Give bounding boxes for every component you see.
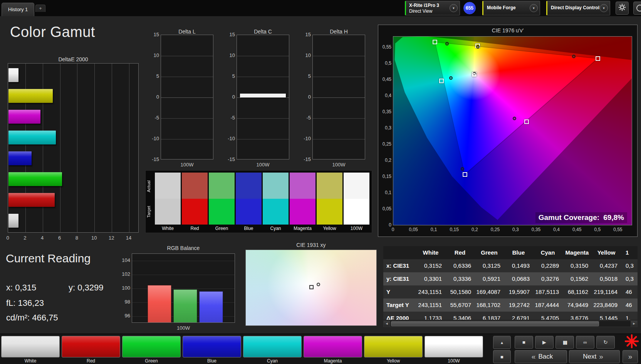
axis-tick-label: 10	[223, 52, 235, 58]
swatch-label: Magenta	[290, 226, 315, 231]
pause-icon: ▮▮	[563, 339, 567, 345]
refresh-icon: ↻	[604, 339, 608, 345]
table-cell: 6,1837	[475, 312, 504, 320]
axis-tick-label: 0,1	[431, 227, 437, 232]
up-arrow-icon: ▲	[500, 341, 504, 345]
pattern-button-red[interactable]	[62, 336, 120, 357]
measured-marker	[317, 283, 320, 286]
more-button[interactable]: »	[623, 350, 638, 363]
stop-measurement-button[interactable]	[623, 334, 640, 350]
display-control-dropdown[interactable]: Direct Display Control ▼	[546, 1, 610, 15]
chevron-down-icon[interactable]: ▼	[600, 4, 608, 12]
pattern-button-100w[interactable]	[425, 336, 483, 357]
axis-tick-label: 0	[147, 94, 159, 100]
pattern-window-button[interactable]: ■	[493, 350, 511, 363]
axis-tick-label: 10	[299, 52, 311, 58]
next-button[interactable]: Next »	[569, 350, 620, 363]
swatch-label: Red	[182, 226, 208, 231]
axis-tick-label: 0	[299, 94, 311, 100]
pattern-button-yellow[interactable]	[364, 336, 423, 357]
table-cell: 19,5907	[504, 285, 533, 299]
pattern-button-cyan[interactable]	[243, 336, 302, 357]
gridline	[161, 97, 213, 98]
reading-y: y: 0,3299	[69, 283, 104, 293]
row-label: ΔE 2000	[383, 312, 416, 320]
gridline	[237, 118, 289, 119]
reading-y-value: 0,3299	[77, 283, 103, 292]
pause-button[interactable]: ▮▮	[555, 336, 574, 349]
loop-button[interactable]: ∞	[576, 336, 594, 349]
swatch-label: Yellow	[317, 226, 342, 231]
table-header-cell: Green	[475, 246, 504, 259]
chevron-left-icon: «	[532, 352, 536, 361]
table-scrollbar[interactable]: ◄ ►	[383, 320, 638, 327]
rgb-balance-chart	[132, 253, 235, 323]
reading-cdm2-value: 466,75	[32, 313, 58, 322]
pattern-button-blue[interactable]	[183, 336, 241, 357]
target-row-label: Target	[146, 199, 153, 225]
gridline	[237, 139, 289, 139]
pattern-button-green[interactable]	[122, 336, 181, 357]
scroll-left-icon[interactable]: ◄	[384, 321, 390, 327]
chart-delta-l	[161, 35, 213, 159]
actual-swatch	[290, 173, 315, 199]
axis-tick-label: 8	[76, 235, 78, 241]
pattern-button-white[interactable]	[1, 336, 60, 357]
target-marker	[433, 40, 437, 44]
pattern-source-dropdown[interactable]: Mobile Forge ▼	[482, 1, 540, 15]
play-button[interactable]: ▶	[535, 336, 554, 349]
deltae-bar-red	[8, 193, 55, 207]
table-row: x: CIE310,31520,63360,31250,14930,22890,…	[383, 259, 638, 272]
measurement-table: WhiteRedGreenBlueCyanMagentaYellow1x: CI…	[383, 246, 638, 320]
refresh-button[interactable]: ↻	[596, 336, 615, 349]
target-marker	[463, 172, 467, 177]
axis-tick-label: 12	[109, 235, 114, 241]
scrollbar-thumb[interactable]	[391, 321, 599, 326]
meter-dropdown[interactable]: X-Rite i1Pro 3 Direct View ▼	[405, 1, 460, 15]
target-swatch	[236, 199, 262, 225]
deltae-bar-blue	[8, 151, 32, 165]
settings-button[interactable]	[616, 2, 629, 15]
deltae-bar-100w	[8, 214, 18, 228]
scroll-right-icon[interactable]: ►	[631, 321, 637, 327]
collapse-button[interactable]: ▲	[493, 336, 511, 349]
axis-tick-label: 0,55	[613, 227, 622, 232]
axis-tick-label: 15	[299, 32, 311, 37]
table-header-cell: Blue	[504, 246, 533, 259]
pattern-bar: ▲ ■ « Back Next » » White	[0, 334, 641, 364]
axis-tick-label: 0,4	[379, 93, 391, 98]
table-cell: 0,3150	[562, 259, 592, 272]
deltae-bar-cyan	[8, 131, 56, 144]
table-cell: 50,1580	[445, 285, 475, 299]
back-button[interactable]: « Back	[515, 350, 567, 363]
gridline	[94, 64, 95, 232]
table-cell: 243,1151	[416, 299, 445, 312]
stop-button[interactable]: ■	[515, 336, 533, 349]
axis-tick-label: -10	[223, 136, 235, 141]
axis-tick-label: 100	[114, 285, 130, 291]
gridline	[313, 118, 365, 119]
table-cell: 0,5921	[475, 272, 504, 285]
actual-swatch	[344, 173, 369, 199]
pattern-button-magenta[interactable]	[304, 336, 362, 357]
play-icon: ▶	[542, 339, 546, 345]
delta-bar	[240, 94, 286, 97]
table-cell: 0,0683	[504, 272, 533, 285]
back-button-label: Back	[538, 353, 553, 361]
gridline	[129, 64, 129, 232]
tab-history-1[interactable]: History 1	[2, 3, 34, 16]
table-row: ΔE 20001,17335,34066,18372,67915,47053,6…	[383, 312, 638, 320]
deltae-2000-chart	[8, 63, 139, 233]
chevron-down-icon[interactable]: ▼	[530, 4, 538, 12]
table-cell: 0,2289	[533, 259, 562, 272]
gamut-coverage-value: 69,8%	[603, 213, 624, 221]
actual-target-strip: Actual Target WhiteRedGreenBlueCyanMagen…	[145, 170, 372, 233]
axis-tick-label: 104	[114, 257, 130, 263]
chevron-down-icon[interactable]: ▼	[450, 4, 458, 12]
reading-x-value: 0,315	[15, 283, 36, 292]
axis-tick-label: -5	[147, 115, 159, 121]
gridline	[112, 64, 112, 232]
clipped-edge-button[interactable]	[633, 2, 641, 15]
add-tab-button[interactable]: +	[35, 5, 45, 12]
measured-marker	[445, 42, 449, 45]
